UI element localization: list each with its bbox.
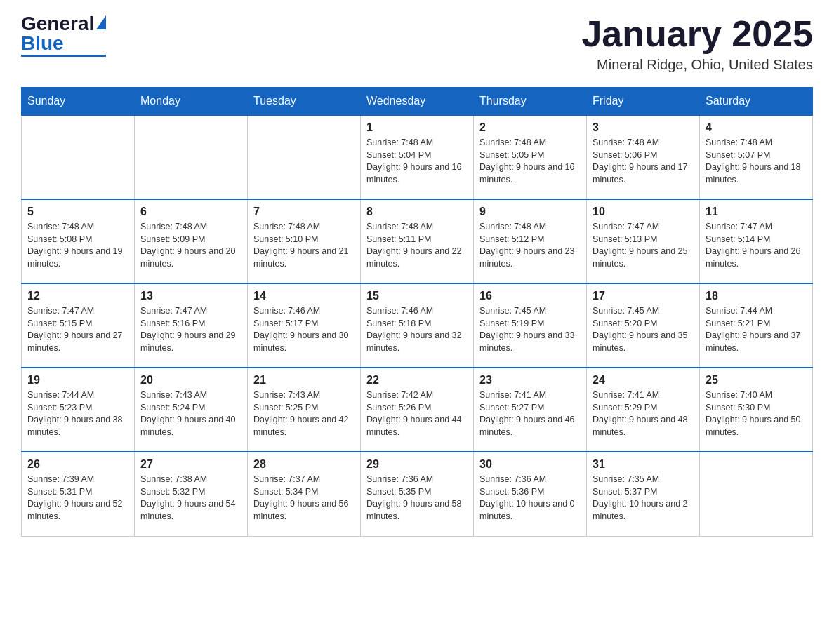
day-number: 7 [253,206,355,218]
calendar-cell: 9Sunrise: 7:48 AM Sunset: 5:12 PM Daylig… [474,199,587,283]
day-info: Sunrise: 7:48 AM Sunset: 5:12 PM Dayligh… [479,221,581,270]
week-row-2: 5Sunrise: 7:48 AM Sunset: 5:08 PM Daylig… [22,199,813,283]
calendar-cell: 19Sunrise: 7:44 AM Sunset: 5:23 PM Dayli… [22,368,135,452]
day-number: 22 [366,374,468,387]
day-info: Sunrise: 7:47 AM Sunset: 5:13 PM Dayligh… [593,221,694,270]
calendar-cell [22,115,135,199]
calendar-cell: 13Sunrise: 7:47 AM Sunset: 5:16 PM Dayli… [135,283,248,368]
day-number: 18 [706,290,807,302]
day-number: 28 [253,458,355,471]
calendar-cell: 5Sunrise: 7:48 AM Sunset: 5:08 PM Daylig… [22,199,135,283]
day-number: 5 [27,206,128,218]
header-wednesday: Wednesday [361,88,474,116]
day-number: 27 [140,458,241,471]
day-number: 6 [140,206,241,218]
calendar-cell: 8Sunrise: 7:48 AM Sunset: 5:11 PM Daylig… [361,199,474,283]
header-sunday: Sunday [22,88,135,116]
day-number: 10 [593,206,694,218]
day-info: Sunrise: 7:38 AM Sunset: 5:32 PM Dayligh… [140,474,241,523]
day-info: Sunrise: 7:41 AM Sunset: 5:29 PM Dayligh… [593,389,694,438]
day-info: Sunrise: 7:44 AM Sunset: 5:23 PM Dayligh… [27,389,128,438]
calendar-cell: 16Sunrise: 7:45 AM Sunset: 5:19 PM Dayli… [474,283,587,368]
calendar-cell: 28Sunrise: 7:37 AM Sunset: 5:34 PM Dayli… [248,452,361,536]
day-number: 4 [706,121,807,134]
calendar-cell: 26Sunrise: 7:39 AM Sunset: 5:31 PM Dayli… [22,452,135,536]
calendar-cell: 22Sunrise: 7:42 AM Sunset: 5:26 PM Dayli… [361,368,474,452]
day-number: 30 [479,458,581,471]
day-number: 31 [593,458,694,471]
day-info: Sunrise: 7:45 AM Sunset: 5:19 PM Dayligh… [479,305,581,354]
calendar-cell: 29Sunrise: 7:36 AM Sunset: 5:35 PM Dayli… [361,452,474,536]
day-number: 29 [366,458,468,471]
header-thursday: Thursday [474,88,587,116]
day-info: Sunrise: 7:48 AM Sunset: 5:10 PM Dayligh… [253,221,355,270]
day-number: 2 [479,121,581,134]
page-header: General Blue January 2025 Mineral Ridge,… [21,14,813,73]
calendar-subtitle: Mineral Ridge, Ohio, United States [581,57,813,73]
header-monday: Monday [135,88,248,116]
week-row-4: 19Sunrise: 7:44 AM Sunset: 5:23 PM Dayli… [22,368,813,452]
day-number: 21 [253,374,355,387]
calendar-cell: 31Sunrise: 7:35 AM Sunset: 5:37 PM Dayli… [587,452,700,536]
day-info: Sunrise: 7:47 AM Sunset: 5:14 PM Dayligh… [706,221,807,270]
day-info: Sunrise: 7:42 AM Sunset: 5:26 PM Dayligh… [366,389,468,438]
day-info: Sunrise: 7:37 AM Sunset: 5:34 PM Dayligh… [253,474,355,523]
day-info: Sunrise: 7:48 AM Sunset: 5:04 PM Dayligh… [366,137,468,186]
calendar-cell: 17Sunrise: 7:45 AM Sunset: 5:20 PM Dayli… [587,283,700,368]
calendar-cell: 12Sunrise: 7:47 AM Sunset: 5:15 PM Dayli… [22,283,135,368]
day-number: 15 [366,290,468,302]
calendar-cell: 1Sunrise: 7:48 AM Sunset: 5:04 PM Daylig… [361,115,474,199]
day-info: Sunrise: 7:48 AM Sunset: 5:05 PM Dayligh… [479,137,581,186]
calendar-cell: 23Sunrise: 7:41 AM Sunset: 5:27 PM Dayli… [474,368,587,452]
day-number: 9 [479,206,581,218]
day-number: 26 [27,458,128,471]
day-number: 24 [593,374,694,387]
day-info: Sunrise: 7:46 AM Sunset: 5:18 PM Dayligh… [366,305,468,354]
day-info: Sunrise: 7:44 AM Sunset: 5:21 PM Dayligh… [706,305,807,354]
calendar-cell: 10Sunrise: 7:47 AM Sunset: 5:13 PM Dayli… [587,199,700,283]
calendar-cell [700,452,813,536]
calendar-cell: 27Sunrise: 7:38 AM Sunset: 5:32 PM Dayli… [135,452,248,536]
day-info: Sunrise: 7:36 AM Sunset: 5:35 PM Dayligh… [366,474,468,523]
day-info: Sunrise: 7:43 AM Sunset: 5:25 PM Dayligh… [253,389,355,438]
day-number: 13 [140,290,241,302]
title-block: January 2025 Mineral Ridge, Ohio, United… [581,14,813,73]
day-info: Sunrise: 7:39 AM Sunset: 5:31 PM Dayligh… [27,474,128,523]
calendar-cell: 21Sunrise: 7:43 AM Sunset: 5:25 PM Dayli… [248,368,361,452]
day-number: 20 [140,374,241,387]
day-info: Sunrise: 7:48 AM Sunset: 5:08 PM Dayligh… [27,221,128,270]
calendar-cell: 25Sunrise: 7:40 AM Sunset: 5:30 PM Dayli… [700,368,813,452]
day-info: Sunrise: 7:47 AM Sunset: 5:15 PM Dayligh… [27,305,128,354]
day-number: 17 [593,290,694,302]
day-info: Sunrise: 7:36 AM Sunset: 5:36 PM Dayligh… [479,474,581,523]
day-info: Sunrise: 7:40 AM Sunset: 5:30 PM Dayligh… [706,389,807,438]
logo-blue-text: Blue [21,34,64,53]
day-number: 16 [479,290,581,302]
calendar-cell: 2Sunrise: 7:48 AM Sunset: 5:05 PM Daylig… [474,115,587,199]
calendar-table: Sunday Monday Tuesday Wednesday Thursday… [21,87,813,537]
calendar-cell: 11Sunrise: 7:47 AM Sunset: 5:14 PM Dayli… [700,199,813,283]
day-info: Sunrise: 7:48 AM Sunset: 5:07 PM Dayligh… [706,137,807,186]
calendar-cell: 14Sunrise: 7:46 AM Sunset: 5:17 PM Dayli… [248,283,361,368]
day-info: Sunrise: 7:47 AM Sunset: 5:16 PM Dayligh… [140,305,241,354]
logo: General Blue [21,14,106,57]
day-info: Sunrise: 7:43 AM Sunset: 5:24 PM Dayligh… [140,389,241,438]
day-number: 8 [366,206,468,218]
day-number: 14 [253,290,355,302]
day-info: Sunrise: 7:48 AM Sunset: 5:11 PM Dayligh… [366,221,468,270]
calendar-cell: 3Sunrise: 7:48 AM Sunset: 5:06 PM Daylig… [587,115,700,199]
calendar-cell: 18Sunrise: 7:44 AM Sunset: 5:21 PM Dayli… [700,283,813,368]
day-number: 11 [706,206,807,218]
logo-underline [21,55,106,57]
header-saturday: Saturday [700,88,813,116]
header-friday: Friday [587,88,700,116]
day-number: 19 [27,374,128,387]
calendar-cell: 30Sunrise: 7:36 AM Sunset: 5:36 PM Dayli… [474,452,587,536]
day-info: Sunrise: 7:45 AM Sunset: 5:20 PM Dayligh… [593,305,694,354]
day-info: Sunrise: 7:41 AM Sunset: 5:27 PM Dayligh… [479,389,581,438]
calendar-cell: 15Sunrise: 7:46 AM Sunset: 5:18 PM Dayli… [361,283,474,368]
weekday-header-row: Sunday Monday Tuesday Wednesday Thursday… [22,88,813,116]
calendar-cell: 24Sunrise: 7:41 AM Sunset: 5:29 PM Dayli… [587,368,700,452]
calendar-cell: 4Sunrise: 7:48 AM Sunset: 5:07 PM Daylig… [700,115,813,199]
day-info: Sunrise: 7:46 AM Sunset: 5:17 PM Dayligh… [253,305,355,354]
